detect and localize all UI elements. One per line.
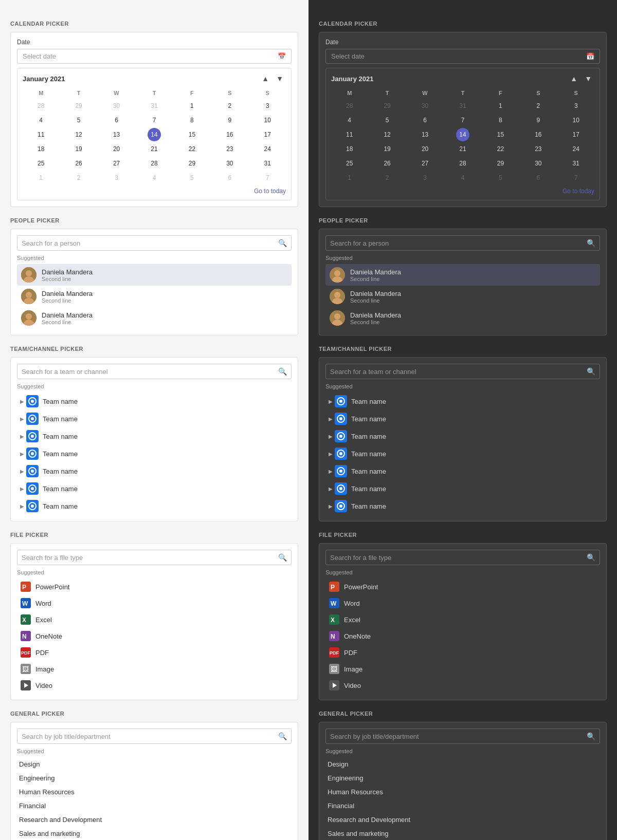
cal-day[interactable]: 11 bbox=[343, 128, 356, 141]
person-item[interactable]: Daniela ManderaSecond line bbox=[325, 264, 600, 286]
cal-day[interactable]: 17 bbox=[261, 128, 274, 141]
cal-today-link-light[interactable]: Go to today bbox=[23, 188, 286, 195]
cal-day[interactable]: 7 bbox=[456, 114, 469, 127]
team-item[interactable]: ▶Team name bbox=[17, 410, 292, 427]
cal-prev-light[interactable]: ▲ bbox=[259, 73, 271, 84]
team-item[interactable]: ▶Team name bbox=[17, 427, 292, 445]
person-item[interactable]: Daniela ManderaSecond line bbox=[325, 307, 600, 329]
file-item[interactable]: PDFPDF bbox=[17, 644, 292, 661]
file-item[interactable]: XExcel bbox=[17, 611, 292, 628]
cal-day[interactable]: 30 bbox=[110, 99, 123, 113]
general-item[interactable]: Financial bbox=[325, 799, 600, 813]
cal-day[interactable]: 12 bbox=[380, 128, 394, 141]
cal-day[interactable]: 27 bbox=[110, 157, 123, 170]
team-search-wrap-dark[interactable]: 🔍 bbox=[325, 364, 600, 379]
cal-day[interactable]: 9 bbox=[223, 114, 237, 127]
cal-day[interactable]: 21 bbox=[148, 142, 161, 156]
cal-day[interactable]: 16 bbox=[223, 128, 237, 141]
cal-day[interactable]: 1 bbox=[34, 171, 48, 184]
general-item[interactable]: Financial bbox=[17, 799, 292, 813]
cal-day[interactable]: 15 bbox=[185, 128, 198, 141]
person-item[interactable]: Daniela ManderaSecond line bbox=[17, 286, 292, 307]
cal-day[interactable]: 29 bbox=[380, 99, 394, 113]
cal-day[interactable]: 4 bbox=[343, 114, 356, 127]
cal-day[interactable]: 26 bbox=[72, 157, 85, 170]
cal-day[interactable]: 30 bbox=[532, 157, 545, 170]
people-search-wrap-light[interactable]: 🔍 bbox=[17, 235, 292, 251]
cal-day[interactable]: 1 bbox=[494, 99, 507, 113]
cal-day[interactable]: 30 bbox=[223, 157, 237, 170]
file-item[interactable]: 🖼Image bbox=[325, 661, 600, 677]
team-item[interactable]: ▶Team name bbox=[325, 480, 600, 497]
general-item[interactable]: Sales and marketing bbox=[17, 827, 292, 840]
cal-day[interactable]: 28 bbox=[34, 99, 48, 113]
cal-day[interactable]: 2 bbox=[532, 99, 545, 113]
cal-day[interactable]: 22 bbox=[185, 142, 198, 156]
file-item[interactable]: Video bbox=[325, 677, 600, 694]
cal-day[interactable]: 14 bbox=[456, 128, 469, 141]
cal-day[interactable]: 23 bbox=[532, 142, 545, 156]
cal-day[interactable]: 3 bbox=[569, 99, 583, 113]
general-item[interactable]: Design bbox=[325, 757, 600, 771]
team-item[interactable]: ▶Team name bbox=[325, 462, 600, 480]
cal-day[interactable]: 7 bbox=[261, 171, 274, 184]
file-item[interactable]: PDFPDF bbox=[325, 644, 600, 661]
cal-day[interactable]: 6 bbox=[532, 171, 545, 184]
cal-day[interactable]: 1 bbox=[185, 99, 198, 113]
file-item[interactable]: XExcel bbox=[325, 611, 600, 628]
file-item[interactable]: WWord bbox=[325, 595, 600, 611]
cal-day[interactable]: 8 bbox=[494, 114, 507, 127]
cal-day[interactable]: 28 bbox=[456, 157, 469, 170]
cal-day[interactable]: 20 bbox=[110, 142, 123, 156]
cal-day[interactable]: 20 bbox=[419, 142, 432, 156]
cal-today-link-dark[interactable]: Go to today bbox=[331, 188, 594, 195]
general-search-wrap-light[interactable]: 🔍 bbox=[17, 729, 292, 744]
file-item[interactable]: PPowerPoint bbox=[17, 578, 292, 595]
cal-day[interactable]: 16 bbox=[532, 128, 545, 141]
cal-day[interactable]: 5 bbox=[380, 114, 394, 127]
team-item[interactable]: ▶Team name bbox=[17, 480, 292, 497]
cal-day[interactable]: 2 bbox=[380, 171, 394, 184]
cal-day[interactable]: 17 bbox=[569, 128, 583, 141]
cal-day[interactable]: 22 bbox=[494, 142, 507, 156]
cal-day[interactable]: 19 bbox=[72, 142, 85, 156]
cal-day[interactable]: 10 bbox=[261, 114, 274, 127]
cal-day[interactable]: 12 bbox=[72, 128, 85, 141]
cal-day[interactable]: 31 bbox=[148, 99, 161, 113]
cal-day[interactable]: 24 bbox=[569, 142, 583, 156]
cal-day[interactable]: 1 bbox=[343, 171, 356, 184]
general-search-wrap-dark[interactable]: 🔍 bbox=[325, 729, 600, 744]
cal-day[interactable]: 2 bbox=[72, 171, 85, 184]
cal-day[interactable]: 26 bbox=[380, 157, 394, 170]
cal-day[interactable]: 29 bbox=[185, 157, 198, 170]
date-input-light[interactable]: Select date 📅 bbox=[17, 49, 292, 64]
cal-day[interactable]: 28 bbox=[148, 157, 161, 170]
team-item[interactable]: ▶Team name bbox=[325, 497, 600, 515]
cal-day[interactable]: 5 bbox=[494, 171, 507, 184]
team-item[interactable]: ▶Team name bbox=[325, 427, 600, 445]
people-search-input-light[interactable] bbox=[22, 239, 278, 247]
file-item[interactable]: NOneNote bbox=[17, 628, 292, 644]
general-item[interactable]: Engineering bbox=[325, 771, 600, 785]
cal-day[interactable]: 13 bbox=[419, 128, 432, 141]
general-item[interactable]: Research and Development bbox=[325, 813, 600, 827]
general-item[interactable]: Design bbox=[17, 757, 292, 771]
cal-day[interactable]: 3 bbox=[110, 171, 123, 184]
cal-day[interactable]: 30 bbox=[419, 99, 432, 113]
cal-day[interactable]: 5 bbox=[185, 171, 198, 184]
cal-day[interactable]: 25 bbox=[34, 157, 48, 170]
cal-day[interactable]: 3 bbox=[261, 99, 274, 113]
cal-day[interactable]: 31 bbox=[261, 157, 274, 170]
people-search-wrap-dark[interactable]: 🔍 bbox=[325, 235, 600, 251]
general-search-input-light[interactable] bbox=[22, 733, 278, 740]
cal-day[interactable]: 28 bbox=[343, 99, 356, 113]
cal-day[interactable]: 27 bbox=[419, 157, 432, 170]
general-search-input-dark[interactable] bbox=[330, 733, 587, 740]
cal-day[interactable]: 13 bbox=[110, 128, 123, 141]
cal-day[interactable]: 31 bbox=[456, 99, 469, 113]
cal-day[interactable]: 21 bbox=[456, 142, 469, 156]
cal-day[interactable]: 11 bbox=[34, 128, 48, 141]
file-search-input-light[interactable] bbox=[22, 554, 278, 562]
general-item[interactable]: Sales and marketing bbox=[325, 827, 600, 840]
cal-day[interactable]: 24 bbox=[261, 142, 274, 156]
